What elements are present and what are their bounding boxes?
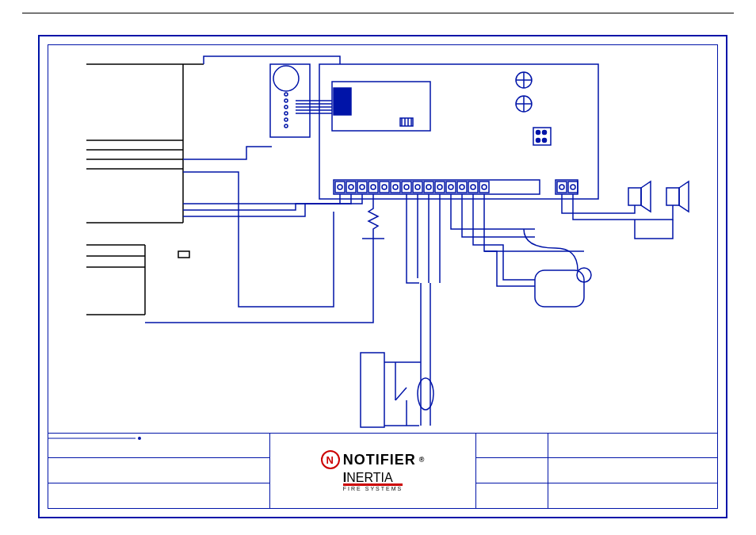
tb-left-row3 xyxy=(48,483,269,508)
tb-right-col1 xyxy=(476,434,548,508)
svg-point-41 xyxy=(393,185,398,189)
control-panel xyxy=(319,64,598,199)
svg-rect-46 xyxy=(424,182,433,193)
svg-rect-28 xyxy=(533,128,551,145)
svg-line-79 xyxy=(395,388,407,400)
terminal-block xyxy=(334,180,578,194)
svg-point-27 xyxy=(543,139,547,143)
svg-point-10 xyxy=(284,118,288,121)
svg-point-49 xyxy=(437,185,442,189)
svg-rect-40 xyxy=(391,182,400,193)
svg-point-25 xyxy=(543,131,547,135)
eol-resistor xyxy=(362,194,384,239)
svg-rect-83 xyxy=(361,353,384,427)
inertia-sub: FIRE SYSTEMS xyxy=(343,486,403,491)
svg-rect-56 xyxy=(479,182,489,193)
tb-right-col2 xyxy=(548,434,717,508)
schematic-area xyxy=(48,45,717,434)
earth-symbol-2 xyxy=(516,96,532,112)
titleblock-left xyxy=(48,434,270,508)
svg-rect-44 xyxy=(413,182,422,193)
drawing-inner-frame: N NOTIFIER® INERTIA FIRE SYSTEMS xyxy=(48,44,718,509)
svg-point-31 xyxy=(338,185,342,189)
svg-rect-59 xyxy=(557,182,567,193)
svg-point-7 xyxy=(284,99,288,102)
titleblock-logos: N NOTIFIER® INERTIA FIRE SYSTEMS xyxy=(270,434,476,508)
vertical-bundle xyxy=(421,283,430,426)
svg-rect-54 xyxy=(468,182,478,193)
svg-rect-34 xyxy=(357,182,367,193)
svg-rect-36 xyxy=(368,182,378,193)
inertia-rest: NERTIA xyxy=(346,471,392,484)
svg-point-62 xyxy=(571,185,575,189)
cable-gland xyxy=(418,378,433,410)
svg-point-60 xyxy=(559,185,564,189)
relay-contact xyxy=(384,362,421,426)
svg-rect-48 xyxy=(435,182,445,193)
svg-point-89 xyxy=(138,437,141,440)
svg-point-51 xyxy=(449,185,453,189)
door-contact xyxy=(178,251,189,258)
sounder-1 xyxy=(628,182,651,212)
svg-point-43 xyxy=(404,185,409,189)
sounder-2 xyxy=(666,182,689,212)
svg-point-33 xyxy=(349,185,353,189)
tb-r2c1 xyxy=(476,458,548,483)
inertia-logo: INERTIA FIRE SYSTEMS xyxy=(343,471,403,491)
connector-dots xyxy=(536,131,547,143)
svg-rect-0 xyxy=(334,88,351,115)
registered-icon: ® xyxy=(419,456,426,464)
revision-line-icon xyxy=(48,434,143,443)
tb-r1c2 xyxy=(548,434,717,458)
svg-point-55 xyxy=(471,185,475,189)
left-wiring-block xyxy=(86,64,204,315)
svg-rect-61 xyxy=(568,182,578,193)
svg-rect-87 xyxy=(666,188,679,205)
svg-point-57 xyxy=(482,185,487,189)
led-column xyxy=(284,93,288,128)
svg-rect-38 xyxy=(380,182,389,193)
ribbon-cable xyxy=(296,101,332,113)
svg-point-26 xyxy=(536,139,540,143)
indicator-dial xyxy=(273,66,299,91)
svg-rect-52 xyxy=(457,182,467,193)
svg-point-35 xyxy=(360,185,365,189)
svg-point-11 xyxy=(284,124,288,128)
notifier-logo: N NOTIFIER® xyxy=(321,450,426,469)
svg-point-9 xyxy=(284,112,288,115)
tb-r3c1 xyxy=(476,483,548,508)
svg-point-53 xyxy=(460,185,464,189)
tb-left-row2 xyxy=(48,458,269,483)
tb-r1c1 xyxy=(476,434,548,458)
svg-point-47 xyxy=(426,185,431,189)
page-rule-top xyxy=(22,13,734,13)
svg-point-37 xyxy=(371,185,376,189)
page: N NOTIFIER® INERTIA FIRE SYSTEMS xyxy=(0,0,756,535)
tb-r2c2 xyxy=(548,458,717,483)
detector xyxy=(535,268,591,307)
notifier-wordmark: NOTIFIER xyxy=(343,452,416,468)
svg-rect-30 xyxy=(335,182,345,193)
svg-point-39 xyxy=(382,185,387,189)
svg-point-8 xyxy=(284,105,288,109)
svg-rect-32 xyxy=(346,182,356,193)
earth-symbol-1 xyxy=(516,72,532,88)
svg-point-45 xyxy=(415,185,420,189)
svg-rect-86 xyxy=(628,188,641,205)
svg-point-24 xyxy=(536,131,540,135)
wiring-svg xyxy=(48,45,719,437)
drawing-frame: N NOTIFIER® INERTIA FIRE SYSTEMS xyxy=(38,35,727,518)
tb-r3c2 xyxy=(548,483,717,508)
notifier-badge-icon: N xyxy=(321,450,340,469)
title-block: N NOTIFIER® INERTIA FIRE SYSTEMS xyxy=(48,433,717,508)
svg-rect-42 xyxy=(402,182,411,193)
titleblock-right xyxy=(476,434,717,508)
svg-rect-50 xyxy=(446,182,456,193)
svg-point-6 xyxy=(284,93,288,96)
